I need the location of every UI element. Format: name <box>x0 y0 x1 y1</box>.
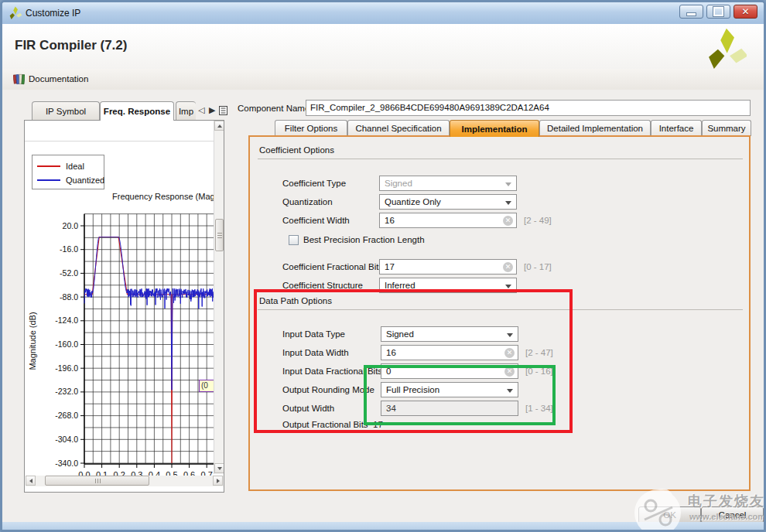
window-title: Customize IP <box>26 8 80 19</box>
coefficient-width-value: 16 <box>385 216 395 225</box>
tab-filter-options[interactable]: Filter Options <box>275 120 347 136</box>
best-precision-label: Best Precision Fraction Length <box>303 235 425 244</box>
svg-text:-124.0: -124.0 <box>55 315 78 325</box>
minimize-button[interactable] <box>679 5 703 19</box>
left-arrow-icon <box>29 479 32 483</box>
panel-separator <box>25 141 214 142</box>
maximize-icon <box>713 7 723 16</box>
coefficient-width-label: Coefficient Width <box>282 216 350 225</box>
cancel-button[interactable]: Cancel <box>701 506 764 523</box>
horizontal-scrollbar[interactable] <box>26 476 224 486</box>
tab-scroll-right-icon[interactable]: ▶ <box>209 105 215 115</box>
documentation-button[interactable]: Documentation <box>10 71 91 87</box>
coefficient-type-label: Coefficient Type <box>282 179 346 188</box>
svg-text:-304.0: -304.0 <box>55 435 78 444</box>
books-icon <box>13 73 25 85</box>
vertical-scrollbar[interactable] <box>214 121 224 474</box>
legend-quantized-swatch <box>37 179 60 181</box>
screen: Customize IP ✕ FIR Compiler (7.2) <box>0 0 766 532</box>
green-annotation <box>364 365 556 425</box>
scroll-down-button[interactable] <box>214 463 224 473</box>
tab-implementation-label: Implementation <box>462 124 528 134</box>
svg-text:-268.0: -268.0 <box>55 411 78 420</box>
coefficient-width-range: [2 - 49] <box>524 216 552 225</box>
down-arrow-icon <box>217 467 222 470</box>
coefficient-type-select[interactable]: Signed <box>379 176 517 191</box>
coefficient-fractional-bits-range: [0 - 17] <box>524 262 552 271</box>
up-arrow-icon <box>217 124 222 128</box>
coefficient-width-input[interactable]: 16✕ <box>379 213 517 228</box>
tab-detailed-implementation-label: Detailed Implementation <box>547 124 643 133</box>
title-bar[interactable]: Customize IP ✕ <box>2 2 764 25</box>
tab-ip-symbol[interactable]: IP Symbol <box>32 101 100 120</box>
vertical-scroll-thumb[interactable] <box>215 219 224 251</box>
tab-implementation[interactable]: Implementation <box>450 120 539 137</box>
xilinx-window-icon <box>9 6 22 19</box>
dialog-header: FIR Compiler (7.2) <box>2 24 764 70</box>
best-precision-checkbox[interactable] <box>289 235 299 245</box>
chart-tooltip: (0 <box>199 380 215 392</box>
tab-list-icon[interactable] <box>219 106 227 115</box>
component-name-label: Component Name <box>238 104 309 113</box>
svg-text:-16.0: -16.0 <box>60 244 78 254</box>
quantization-select[interactable]: Quantize Only <box>379 194 517 210</box>
documentation-label: Documentation <box>29 74 88 84</box>
coefficient-fractional-bits-label: Coefficient Fractional Bits <box>282 262 383 271</box>
tab-clipped-label: Imp <box>179 107 193 116</box>
coefficient-fractional-bits-value: 17 <box>385 262 395 271</box>
svg-text:20.0: 20.0 <box>63 221 79 230</box>
scroll-right-button[interactable] <box>213 476 223 486</box>
legend-quantized-label: Quantized <box>66 176 104 185</box>
window-bottom-edge <box>2 522 764 530</box>
xilinx-logo <box>705 27 747 69</box>
clear-icon[interactable]: ✕ <box>503 262 513 272</box>
component-name-input[interactable]: FIR_Compiler_2_9866B4CDE699480A9691389C2… <box>306 100 751 116</box>
tab-channel-specification-label: Channel Specification <box>355 124 441 133</box>
minimize-icon <box>686 12 696 16</box>
tab-ip-symbol-label: IP Symbol <box>46 107 86 116</box>
tab-summary-label: Summary <box>707 124 745 133</box>
chevron-down-icon <box>505 285 511 288</box>
right-arrow-icon <box>217 479 220 483</box>
svg-text:-160.0: -160.0 <box>55 339 78 349</box>
svg-text:Magnitude (dB): Magnitude (dB) <box>28 312 37 370</box>
tab-interface[interactable]: Interface <box>651 120 702 136</box>
coefficient-type-value: Signed <box>385 179 412 188</box>
maximize-button[interactable] <box>706 5 730 19</box>
tab-scroll-left-icon[interactable]: ◁ <box>198 105 204 115</box>
ok-button[interactable]: OK <box>638 506 701 523</box>
scroll-left-button[interactable] <box>26 476 36 486</box>
quantization-value: Quantize Only <box>385 197 441 206</box>
svg-text:-232.0: -232.0 <box>55 387 78 396</box>
horizontal-scroll-thumb[interactable] <box>45 476 149 486</box>
clear-icon[interactable]: ✕ <box>503 216 513 226</box>
tab-detailed-implementation[interactable]: Detailed Implementation <box>539 120 651 136</box>
close-button[interactable]: ✕ <box>734 5 757 19</box>
legend-ideal-label: Ideal <box>66 162 84 171</box>
svg-text:-52.0: -52.0 <box>60 268 78 278</box>
svg-text:-196.0: -196.0 <box>55 363 78 373</box>
scroll-up-button[interactable] <box>214 121 224 131</box>
ok-button-label: OK <box>663 510 676 520</box>
coefficient-fractional-bits-input[interactable]: 17✕ <box>379 259 517 275</box>
chart-legend: Ideal Quantized <box>32 155 104 189</box>
page-title: FIR Compiler (7.2) <box>15 38 127 53</box>
tab-freq-response-label: Freq. Response <box>104 107 170 116</box>
tab-channel-specification[interactable]: Channel Specification <box>347 120 450 136</box>
svg-text:-340.0: -340.0 <box>55 459 78 468</box>
tab-freq-response[interactable]: Freq. Response <box>100 101 174 121</box>
content-area: IP Symbol Freq. Response Imp ◁ ▶ <box>2 90 764 522</box>
quantization-label: Quantization <box>282 197 333 206</box>
cancel-button-label: Cancel <box>719 510 747 520</box>
legend-ideal-swatch <box>37 165 60 167</box>
tab-summary[interactable]: Summary <box>702 120 751 136</box>
chevron-down-icon <box>505 182 511 186</box>
customize-ip-window: Customize IP ✕ FIR Compiler (7.2) <box>0 0 766 532</box>
toolbar: Documentation <box>2 69 764 90</box>
tab-implementation-details-clipped[interactable]: Imp <box>176 101 196 120</box>
group-divider <box>258 159 743 159</box>
close-icon: ✕ <box>741 6 749 17</box>
tab-filter-options-label: Filter Options <box>285 124 337 133</box>
freq-response-panel: Ideal Quantized Frequency Response (Mag … <box>24 120 224 493</box>
frequency-response-chart[interactable]: 20.0-16.0-52.0-88.0-124.0-160.0-196.0-23… <box>25 186 215 489</box>
